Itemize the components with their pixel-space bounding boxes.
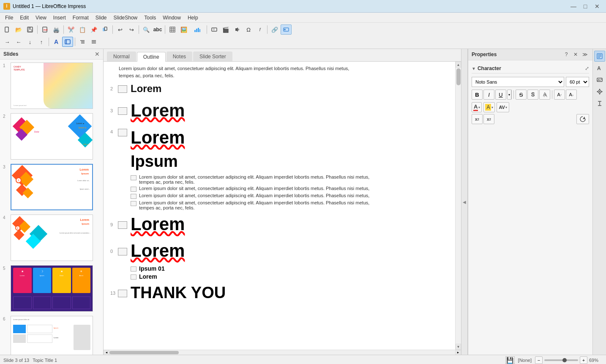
slide-item-6[interactable]: 6 Lorem ipsum dolor sit Ipsum Lorem [2, 315, 101, 355]
highlight-color-button[interactable]: A ▾ [483, 102, 495, 112]
print-button[interactable]: 🖨️ [51, 24, 62, 35]
character-section-header[interactable]: ▼ Character ⤢ [472, 64, 589, 73]
arrow-down-button[interactable]: ↓ [25, 37, 35, 47]
functions-icon[interactable] [594, 98, 605, 109]
slide-item-3[interactable]: 3 1 Lorem Ipsum Lorem dolor sit... Ipsum… [2, 163, 101, 212]
font-size-select[interactable]: 60 pt 8 pt 10 pt 12 pt 14 pt 18 pt 24 pt… [566, 77, 589, 87]
menu-edit[interactable]: Edit [16, 14, 32, 22]
insert-textbox-button[interactable]: T [209, 24, 220, 35]
char-format-button[interactable]: A [51, 37, 62, 47]
insert-chart-button[interactable] [190, 24, 205, 35]
gallery-panel-icon[interactable] [594, 74, 605, 85]
zoom-button[interactable]: 🔍 [141, 24, 152, 35]
insert-image-button[interactable]: 🖼️ [178, 24, 189, 35]
outline-button[interactable]: S [527, 90, 538, 100]
font-color-button[interactable]: A ▾ [472, 102, 482, 112]
text-box-button[interactable] [62, 37, 73, 47]
undo-button[interactable]: ↩ [115, 24, 126, 35]
insert-special-button[interactable]: Ω [243, 24, 254, 35]
new-button[interactable] [2, 24, 13, 35]
hscroll-thumb[interactable] [109, 351, 179, 354]
save-status-button[interactable]: 💾 [505, 356, 515, 364]
superscript-button[interactable]: x2 [472, 114, 483, 124]
tab-notes[interactable]: Notes [167, 52, 192, 61]
decrease-font-button[interactable]: A↓ [566, 90, 577, 100]
slides-list[interactable]: 1 CANDYTEMPLATE Lorem ipsum text 2 Lorem… [0, 60, 103, 355]
spellcheck-button[interactable]: abc [152, 24, 163, 35]
highlight-dropdown[interactable]: ▾ [491, 106, 493, 109]
insert-formula-button[interactable]: f [254, 24, 265, 35]
zoom-slider[interactable] [544, 359, 578, 361]
slides-panel-close[interactable]: ✕ [95, 51, 100, 57]
outline-content[interactable]: Lorem ipsum dolor sit amet, consectetuer… [104, 62, 455, 350]
properties-panel-icon[interactable] [594, 51, 605, 62]
menu-help[interactable]: Help [184, 14, 202, 22]
paste-button[interactable]: 📌 [88, 24, 99, 35]
save-button[interactable] [25, 24, 35, 35]
vertical-scrollbar[interactable]: ▲ ▼ [455, 62, 461, 350]
menu-slide[interactable]: Slide [92, 14, 110, 22]
styles-panel-icon[interactable]: A [594, 62, 605, 73]
cut-button[interactable]: ✂️ [66, 24, 76, 35]
tab-slide-sorter[interactable]: Slide Sorter [193, 52, 232, 61]
menu-tools[interactable]: Tools [141, 14, 159, 22]
subscript-button[interactable]: x2 [483, 114, 494, 124]
increase-font-button[interactable]: A↑ [554, 90, 565, 100]
slide-item-2[interactable]: 2 Lorem ● Ipsum ● Dolor ● Amet [2, 112, 101, 161]
insert-audio-button[interactable] [232, 24, 243, 35]
hscroll-right-arrow[interactable]: ► [455, 350, 461, 355]
properties-more-button[interactable]: ≫ [581, 51, 589, 58]
insert-movie-button[interactable]: 🎬 [220, 24, 231, 35]
reset-character-button[interactable] [576, 114, 589, 124]
arrow-right-button[interactable]: → [2, 37, 13, 47]
font-color-dropdown[interactable]: ▾ [478, 106, 480, 109]
menu-format[interactable]: Format [69, 14, 92, 22]
arrow-left-button[interactable]: ← [13, 37, 24, 47]
menu-slideshow[interactable]: SlideShow [110, 14, 141, 22]
minimize-button[interactable]: — [568, 2, 579, 11]
navigator-icon[interactable] [594, 86, 605, 97]
maximize-button[interactable]: □ [580, 2, 591, 11]
underline-options[interactable]: ▾ [507, 90, 512, 100]
scroll-thumb[interactable] [456, 68, 461, 85]
slide-item-4[interactable]: 4 2 Lorem Ipsum Lorem ipsum dolor sit am… [2, 213, 101, 262]
bold-button[interactable]: B [472, 90, 483, 100]
scroll-down-arrow[interactable]: ▼ [456, 344, 461, 350]
redo-button[interactable]: ↪ [126, 24, 137, 35]
open-button[interactable]: 📂 [13, 24, 24, 35]
outline-decrease[interactable] [88, 37, 99, 47]
copy-button[interactable]: 📋 [77, 24, 88, 35]
character-spacing-button[interactable]: AV ▾ [497, 102, 509, 112]
menu-file[interactable]: File [2, 14, 16, 22]
slide-item-5[interactable]: 5 ★ Lorem ☽ Ipsum ★ Dolor [2, 264, 101, 313]
menu-window[interactable]: Window [159, 14, 184, 22]
strikethrough-button[interactable]: S [516, 90, 527, 100]
close-button[interactable]: ✕ [592, 2, 603, 11]
arrow-up-button[interactable]: ↑ [36, 37, 47, 47]
section-expand-icon[interactable]: ⤢ [585, 65, 589, 71]
properties-close-button[interactable]: ✕ [571, 51, 580, 58]
zoom-slider-thumb[interactable] [562, 358, 567, 362]
font-name-select[interactable]: Noto Sans Arial Times New Roman [472, 77, 564, 87]
tab-outline[interactable]: Outline [137, 52, 166, 62]
horizontal-scrollbar[interactable]: ◄ ► [104, 350, 461, 355]
tab-normal[interactable]: Normal [107, 52, 136, 61]
outline-increase[interactable] [77, 37, 88, 47]
properties-help-button[interactable]: ? [562, 51, 571, 58]
export-pdf-button[interactable]: PDF [39, 24, 50, 35]
shadow-button[interactable]: A [539, 90, 550, 100]
hscroll-left-arrow[interactable]: ◄ [104, 350, 109, 355]
collapse-handle[interactable]: ◀ [461, 49, 468, 355]
italic-button[interactable]: I [483, 90, 494, 100]
forms-button[interactable] [281, 24, 292, 35]
clone-button[interactable] [100, 24, 111, 35]
underline-button[interactable]: U [495, 90, 506, 100]
zoom-in-button[interactable]: + [580, 356, 587, 364]
scroll-up-arrow[interactable]: ▲ [456, 62, 461, 68]
menu-insert[interactable]: Insert [50, 14, 69, 22]
slide-item-1[interactable]: 1 CANDYTEMPLATE Lorem ipsum text [2, 61, 101, 110]
zoom-out-button[interactable]: − [535, 356, 543, 364]
insert-hyperlink-button[interactable]: 🔗 [269, 24, 280, 35]
insert-table-button[interactable] [167, 24, 178, 35]
menu-view[interactable]: View [32, 14, 50, 22]
